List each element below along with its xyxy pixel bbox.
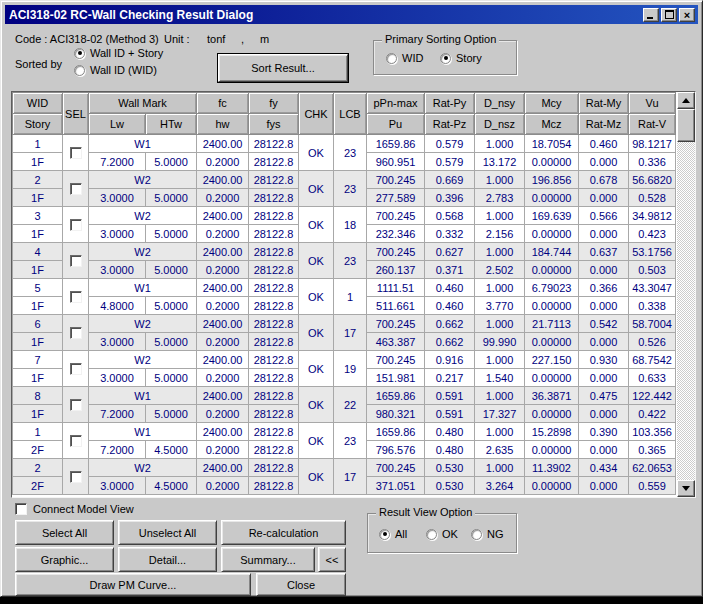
radio-label: WID <box>402 52 423 64</box>
recalculation-button[interactable]: Re-calculation <box>221 520 346 545</box>
scroll-up-button[interactable] <box>677 92 695 109</box>
vertical-scrollbar[interactable] <box>677 92 695 497</box>
graphic-button[interactable]: Graphic... <box>15 547 114 572</box>
col-vu: Vu <box>629 93 676 114</box>
cell-lcb: 17 <box>334 315 367 351</box>
radio-all[interactable]: All <box>379 528 407 540</box>
maximize-button[interactable] <box>661 8 677 22</box>
cell-rat-mz: 0.000 <box>579 297 629 315</box>
col-lcb: LCB <box>334 93 367 135</box>
cell-fc: 2400.00 <box>197 135 249 153</box>
cell-htw: 5.0000 <box>146 225 197 243</box>
row-select-checkbox[interactable] <box>70 399 82 411</box>
cell-vu: 43.3047 <box>629 279 676 297</box>
draw-pm-curve-button[interactable]: Draw PM Curve... <box>15 573 251 596</box>
row-select-checkbox[interactable] <box>70 471 82 483</box>
radio-ng[interactable]: NG <box>471 528 504 540</box>
cell-vu: 98.1217 <box>629 135 676 153</box>
cell-rat-v: 0.559 <box>629 477 676 495</box>
cell-sel <box>63 423 89 459</box>
col-d-nsz: D_nsz <box>475 114 525 135</box>
collapse-button[interactable]: << <box>318 547 346 572</box>
cell-chk: OK <box>299 171 334 207</box>
sort-result-button[interactable]: Sort Result... <box>218 54 348 82</box>
cell-d-nsy: 1.000 <box>475 351 525 369</box>
close-button[interactable]: × <box>679 8 695 22</box>
unselect-all-button[interactable]: Unselect All <box>118 520 217 545</box>
cell-fc: 2400.00 <box>197 423 249 441</box>
cell-pu: 277.589 <box>367 189 425 207</box>
scrollbar-thumb[interactable] <box>677 109 695 142</box>
row-select-checkbox[interactable] <box>70 183 82 195</box>
cell-lw: 3.0000 <box>89 333 146 351</box>
cell-lcb: 23 <box>334 423 367 459</box>
cell-d-nsz: 3.264 <box>475 477 525 495</box>
cell-rat-py: 0.669 <box>425 171 475 189</box>
cell-fy: 28122.8 <box>249 135 299 153</box>
cell-wid: 1 <box>13 423 63 441</box>
cell-sel <box>63 135 89 171</box>
col-rat-py: Rat-Py <box>425 93 475 114</box>
summary-button[interactable]: Summary... <box>221 547 315 572</box>
cell-rat-py: 0.568 <box>425 207 475 225</box>
select-all-button[interactable]: Select All <box>15 520 114 545</box>
radio-ok[interactable]: OK <box>426 528 458 540</box>
cell-pu: 232.346 <box>367 225 425 243</box>
cell-wall-mark: W1 <box>89 423 197 441</box>
row-select-checkbox[interactable] <box>70 291 82 303</box>
cell-fy: 28122.8 <box>249 315 299 333</box>
row-select-checkbox[interactable] <box>70 147 82 159</box>
scroll-down-button[interactable] <box>677 480 695 497</box>
radio-icon <box>379 529 390 540</box>
close-dialog-button[interactable]: Close <box>256 573 346 596</box>
cell-mcy: 169.639 <box>525 207 579 225</box>
cell-sel <box>63 459 89 495</box>
cell-fy: 28122.8 <box>249 459 299 477</box>
connect-model-view-checkbox[interactable]: Connect Model View <box>15 503 134 515</box>
cell-wid: 6 <box>13 315 63 333</box>
row-select-checkbox[interactable] <box>70 255 82 267</box>
row-select-checkbox[interactable] <box>70 219 82 231</box>
cell-lcb: 23 <box>334 135 367 171</box>
row-select-checkbox[interactable] <box>70 363 82 375</box>
cell-d-nsy: 1.000 <box>475 243 525 261</box>
detail-button[interactable]: Detail... <box>118 547 217 572</box>
grid-header: WID SEL Wall Mark fc fy CHK LCB pPn-max … <box>13 93 676 135</box>
cell-htw: 5.0000 <box>146 405 197 423</box>
cell-lw: 3.0000 <box>89 225 146 243</box>
radio-wid[interactable]: WID <box>386 52 423 64</box>
cell-hw: 0.2000 <box>197 153 249 171</box>
radio-story[interactable]: Story <box>440 52 482 64</box>
cell-d-nsz: 17.327 <box>475 405 525 423</box>
cell-d-nsy: 1.000 <box>475 135 525 153</box>
radio-icon <box>74 65 85 76</box>
cell-fc: 2400.00 <box>197 315 249 333</box>
cell-rat-my: 0.390 <box>579 423 629 441</box>
cell-lcb: 23 <box>334 243 367 279</box>
cell-mcy: 18.7054 <box>525 135 579 153</box>
unit-label: Unit : <box>164 33 190 45</box>
cell-ppn-max: 1659.86 <box>367 387 425 405</box>
cell-fy: 28122.8 <box>249 171 299 189</box>
col-rat-pz: Rat-Pz <box>425 114 475 135</box>
radio-wall-id-wid[interactable]: Wall ID (WID) <box>74 64 157 76</box>
cell-mcy: 196.856 <box>525 171 579 189</box>
radio-wall-id-story[interactable]: Wall ID + Story <box>74 47 163 59</box>
minimize-button[interactable] <box>643 8 659 22</box>
cell-rat-py: 0.480 <box>425 423 475 441</box>
radio-label: Wall ID + Story <box>90 47 163 59</box>
cell-lw: 4.8000 <box>89 297 146 315</box>
cell-rat-py: 0.916 <box>425 351 475 369</box>
cell-rat-v: 0.336 <box>629 153 676 171</box>
cell-chk: OK <box>299 315 334 351</box>
row-select-checkbox[interactable] <box>70 327 82 339</box>
row-select-checkbox[interactable] <box>70 435 82 447</box>
cell-vu: 68.7542 <box>629 351 676 369</box>
grid-body: 1W12400.0028122.8OK231659.860.5791.00018… <box>13 135 676 495</box>
cell-fc: 2400.00 <box>197 243 249 261</box>
cell-mcy: 36.3871 <box>525 387 579 405</box>
cell-rat-pz: 0.662 <box>425 333 475 351</box>
cell-pu: 980.321 <box>367 405 425 423</box>
cell-rat-pz: 0.480 <box>425 441 475 459</box>
cell-rat-mz: 0.000 <box>579 477 629 495</box>
